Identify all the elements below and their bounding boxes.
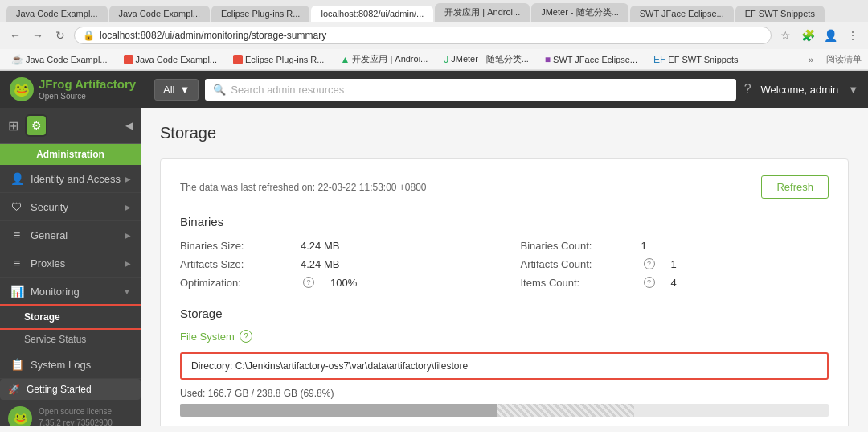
- bookmark-2[interactable]: Java Code Exampl...: [119, 53, 223, 66]
- refresh-row: The data was last refreshed on: 22-03-22…: [180, 175, 829, 199]
- grid-icon[interactable]: ⊞: [8, 118, 18, 134]
- logo-sub: Open Source: [39, 92, 136, 101]
- getting-started-button[interactable]: 🚀 Getting Started: [0, 379, 141, 400]
- settings-badge[interactable]: ⚙: [25, 114, 47, 137]
- app-header: 🐸 JFrog Artifactory Open Source All ▼ 🔍 …: [0, 71, 868, 108]
- system-logs-icon: 📋: [10, 358, 24, 371]
- header-search-area: All ▼ 🔍 Search admin resources: [154, 79, 736, 101]
- bookmark-4[interactable]: ▲ 开发应用 | Androi...: [335, 51, 432, 67]
- artifacts-size-value: 4.24 MB: [301, 258, 349, 270]
- reload-button[interactable]: ↻: [51, 27, 69, 44]
- sidebar-subitem-service-status[interactable]: Service Status: [0, 328, 141, 351]
- items-count-row: Items Count: ? 4: [521, 275, 829, 290]
- tab-2[interactable]: Java Code Exampl...: [109, 6, 211, 22]
- file-system-header: File System ?: [180, 330, 829, 343]
- sidebar: ⊞ ⚙ ◀ Administration 👤 Identity and Acce…: [0, 108, 141, 426]
- artifacts-count-value: 1: [671, 258, 719, 270]
- tab-1[interactable]: Java Code Exampl...: [6, 6, 108, 22]
- bookmark-3[interactable]: Eclipse Plug-ins R...: [228, 53, 329, 66]
- sidebar-license: 🐸 Open source license 7.35.2 rev 7350290…: [0, 400, 141, 426]
- directory-label: Directory:: [191, 360, 232, 372]
- refresh-button[interactable]: Refresh: [761, 175, 829, 199]
- artifacts-size-row: Artifacts Size: 4.24 MB: [180, 257, 489, 272]
- bookmark-7[interactable]: EF EF SWT Snippets: [649, 52, 743, 67]
- address-text: localhost:8082/ui/admin/monitoring/stora…: [100, 30, 326, 41]
- forward-button[interactable]: →: [29, 27, 47, 44]
- tab-4[interactable]: 开发应用 | Androi...: [435, 3, 530, 22]
- progress-bar: [180, 404, 829, 417]
- optimization-question-icon[interactable]: ?: [303, 277, 314, 288]
- optimization-value: 100%: [330, 277, 379, 289]
- header-right: ? Welcome, admin ▼: [744, 82, 858, 97]
- proxies-arrow-icon: ▶: [125, 259, 131, 268]
- chevron-down-icon: ▼: [179, 84, 190, 96]
- user-chevron-icon[interactable]: ▼: [848, 84, 858, 96]
- items-count-question-icon[interactable]: ?: [644, 277, 655, 288]
- header-search-box[interactable]: 🔍 Search admin resources: [205, 79, 735, 101]
- browser-toolbar: ← → ↻ 🔒 localhost:8082/ui/admin/monitori…: [0, 22, 868, 49]
- monitoring-icon: 📊: [10, 285, 24, 298]
- tab-6[interactable]: SWT JFace Eclipse...: [630, 6, 734, 22]
- menu-button[interactable]: ⋮: [844, 27, 862, 44]
- binaries-grid: Binaries Size: 4.24 MB Binaries Count: 1…: [180, 238, 829, 290]
- artifacts-count-label: Artifacts Count:: [521, 258, 625, 270]
- progress-bar-fill: [180, 404, 634, 417]
- rocket-icon: 🚀: [8, 384, 20, 395]
- back-button[interactable]: ←: [6, 27, 24, 44]
- general-arrow-icon: ▶: [125, 231, 131, 240]
- security-icon: 🛡: [10, 200, 24, 213]
- artifacts-size-label: Artifacts Size:: [180, 258, 285, 270]
- sidebar-collapse-button[interactable]: ◀: [125, 120, 133, 131]
- tab-7[interactable]: EF SWT Snippets: [735, 6, 825, 22]
- main-area: ⊞ ⚙ ◀ Administration 👤 Identity and Acce…: [0, 108, 868, 426]
- identity-icon: 👤: [10, 172, 24, 185]
- sidebar-item-identity[interactable]: 👤 Identity and Access ▶: [0, 165, 141, 193]
- logo-name: JFrog Artifactory: [39, 77, 136, 92]
- bookmark-5[interactable]: J JMeter - 随笔分类...: [439, 51, 534, 67]
- optimization-label: Optimization:: [180, 277, 285, 289]
- items-count-label: Items Count:: [521, 277, 625, 289]
- sidebar-item-proxies[interactable]: ≡ Proxies ▶: [0, 249, 141, 278]
- sidebar-item-monitoring[interactable]: 📊 Monitoring ▼: [0, 278, 141, 306]
- file-system-info-icon[interactable]: ?: [240, 330, 252, 343]
- app-logo: JFrog Artifactory Open Source: [39, 77, 136, 101]
- binaries-size-label: Binaries Size:: [180, 240, 285, 252]
- logo-frog-icon: 🐸: [10, 77, 34, 101]
- bookmark-6[interactable]: ■ SWT JFace Eclipse...: [540, 52, 642, 67]
- binaries-count-label: Binaries Count:: [521, 240, 625, 252]
- binaries-count-value: 1: [641, 240, 690, 252]
- header-dropdown[interactable]: All ▼: [154, 79, 199, 101]
- storage-used-row: Used: 166.7 GB / 238.8 GB (69.8%): [180, 388, 829, 399]
- security-arrow-icon: ▶: [125, 203, 131, 212]
- tab-active[interactable]: localhost:8082/ui/admin/...: [311, 6, 433, 22]
- directory-value: C:\Jenkins\artifactory-oss7\var\data\art…: [235, 360, 468, 372]
- tab-3[interactable]: Eclipse Plug-ins R...: [211, 6, 309, 22]
- bookmark-1[interactable]: ☕ Java Code Exampl...: [6, 52, 113, 67]
- directory-box: Directory: C:\Jenkins\artifactory-oss7\v…: [180, 352, 829, 380]
- address-bar[interactable]: 🔒 localhost:8082/ui/admin/monitoring/sto…: [74, 27, 772, 44]
- logo-area: 🐸 JFrog Artifactory Open Source: [10, 77, 146, 101]
- bookmarks-more[interactable]: »: [809, 55, 813, 64]
- sidebar-subitem-storage[interactable]: Storage: [0, 306, 141, 328]
- artifacts-count-row: Artifacts Count: ? 1: [521, 257, 829, 272]
- optimization-row: Optimization: ? 100%: [180, 275, 489, 290]
- artifacts-count-question-icon[interactable]: ?: [644, 258, 655, 269]
- sidebar-item-system-logs[interactable]: 📋 System Logs: [0, 351, 141, 379]
- reading-list[interactable]: 阅读清单: [826, 53, 862, 65]
- bookmark-button[interactable]: ☆: [776, 27, 794, 44]
- lock-icon: 🔒: [83, 30, 95, 41]
- frog-logo-small: 🐸: [8, 406, 32, 426]
- binaries-section-title: Binaries: [180, 215, 829, 228]
- general-icon: ≡: [10, 228, 24, 241]
- sidebar-item-general[interactable]: ≡ General ▶: [0, 221, 141, 249]
- content-card: The data was last refreshed on: 22-03-22…: [160, 158, 849, 426]
- tab-5[interactable]: JMeter - 随笔分类...: [531, 3, 628, 22]
- profile-button[interactable]: 👤: [821, 27, 839, 44]
- extensions-button[interactable]: 🧩: [799, 27, 817, 44]
- sidebar-section-header: Administration: [0, 144, 141, 165]
- sidebar-item-security[interactable]: 🛡 Security ▶: [0, 193, 141, 221]
- progress-bar-stripes: [497, 404, 633, 417]
- bookmarks-bar: ☕ Java Code Exampl... Java Code Exampl..…: [0, 49, 868, 70]
- storage-section-title: Storage: [180, 307, 829, 320]
- help-icon[interactable]: ?: [744, 82, 751, 97]
